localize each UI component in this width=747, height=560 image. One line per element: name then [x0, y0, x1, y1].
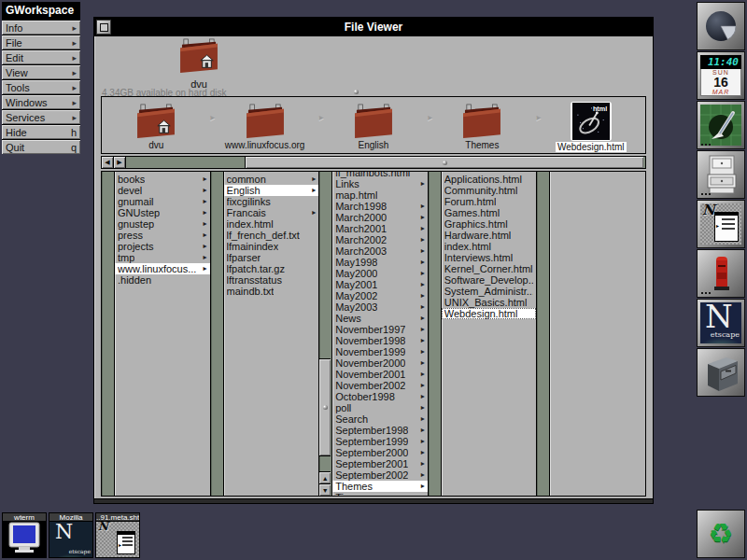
menu-item-info[interactable]: Info▸	[2, 21, 80, 35]
list-item[interactable]: November2001▸	[332, 369, 428, 380]
list-item[interactable]: English▸	[224, 185, 319, 196]
list-item[interactable]: Themes▸	[332, 481, 428, 492]
list-item[interactable]: www.linuxfocus...▸	[115, 263, 210, 274]
scroll-down-button[interactable]: ▼	[319, 483, 331, 496]
list-item[interactable]: common▸	[224, 174, 319, 185]
shelf-item-english[interactable]: English▸	[319, 97, 428, 153]
list-item[interactable]: News▸	[332, 313, 428, 324]
list-item[interactable]: September2002▸	[332, 469, 428, 481]
list-item[interactable]: May2000▸	[332, 268, 428, 279]
list-item[interactable]: Kernel_Corner.html	[442, 263, 537, 274]
window-titlebar[interactable]: File Viewer	[94, 18, 653, 36]
list-item[interactable]: March1998▸	[332, 201, 428, 212]
dock-tile-paint-app[interactable]	[697, 101, 745, 149]
dock-tile-file-cabinet[interactable]	[697, 150, 745, 199]
menu-item-view[interactable]: View▸	[2, 65, 80, 79]
list-item[interactable]: devel▸	[115, 185, 210, 196]
list-item[interactable]: gnustep▸	[115, 218, 210, 230]
list-item[interactable]: Webdesign.html	[442, 308, 537, 319]
list-item[interactable]: lf_mainbots.html	[332, 172, 428, 178]
list-item[interactable]: poll▸	[332, 402, 428, 413]
menu-item-tools[interactable]: Tools▸	[2, 80, 80, 94]
shelf-item-dvu[interactable]: dvu▸	[102, 97, 210, 153]
list-item[interactable]: Graphics.html	[442, 218, 537, 230]
list-item[interactable]: GNUstep▸	[115, 207, 210, 218]
dock-tile-document-edit-app[interactable]: N▸	[697, 200, 745, 248]
list-item[interactable]: index.html	[442, 241, 537, 252]
list-item[interactable]: Links▸	[332, 178, 428, 189]
shelf-item-webdesign.html[interactable]: htmlWebdesign.html	[537, 97, 645, 153]
list-item[interactable]: May2002▸	[332, 290, 428, 301]
vertical-scroll-knob[interactable]	[319, 358, 331, 456]
list-item[interactable]: Hardware.html	[442, 230, 537, 241]
list-item[interactable]: November1998▸	[332, 335, 428, 346]
list-item[interactable]: May2001▸	[332, 279, 428, 290]
list-item[interactable]: Software_Develop...	[442, 274, 537, 286]
list-item[interactable]: November1999▸	[332, 346, 428, 357]
menu-item-quit[interactable]: Quitq	[2, 140, 80, 154]
list-item[interactable]: gnumail▸	[115, 196, 210, 207]
dock-tile-netscape[interactable]: Netscape	[697, 299, 745, 347]
scroll-up-button[interactable]: ▲	[319, 471, 331, 483]
list-item[interactable]: UNIX_Basics.html	[442, 297, 537, 308]
shelf-item-www.linuxfocus.org[interactable]: www.linuxfocus.org▸	[210, 97, 318, 153]
list-item[interactable]: books▸	[115, 174, 210, 185]
menu-title[interactable]: GWorkspace	[2, 2, 80, 20]
shelf-resize-dimple[interactable]	[354, 90, 359, 94]
list-item[interactable]: Games.html	[442, 207, 537, 218]
list-item[interactable]: index.html	[224, 218, 319, 230]
list-item[interactable]: March2001▸	[332, 223, 428, 234]
list-item[interactable]: projects▸	[115, 241, 210, 252]
list-item[interactable]: Community.html	[442, 185, 537, 196]
scroll-right-button[interactable]: ▶	[114, 157, 126, 168]
list-item[interactable]: November2000▸	[332, 357, 428, 369]
list-item[interactable]: November1997▸	[332, 324, 428, 335]
list-item[interactable]: lftransstatus	[224, 274, 319, 286]
miniwindow--91-meta-shtml[interactable]: ..91.meta.shtmlN▸	[95, 512, 140, 558]
list-item[interactable]: November2002▸	[332, 380, 428, 391]
list-item[interactable]: lfpatch.tar.gz	[224, 263, 319, 274]
list-item[interactable]: Tips▸	[332, 492, 428, 496]
miniaturize-button[interactable]	[96, 20, 111, 35]
list-item[interactable]: Search▸	[332, 413, 428, 425]
list-item[interactable]: October1998▸	[332, 391, 428, 402]
list-item[interactable]: maindb.txt	[224, 286, 319, 297]
list-item[interactable]: March2000▸	[332, 212, 428, 223]
list-item[interactable]: March2002▸	[332, 234, 428, 245]
shelf-item-themes[interactable]: Themes▸	[428, 97, 536, 153]
list-item[interactable]: September1998▸	[332, 425, 428, 436]
list-item[interactable]: fixcgilinks	[224, 196, 319, 207]
list-item[interactable]: .hidden	[115, 274, 210, 286]
list-item[interactable]: Applications.html	[442, 174, 537, 185]
menu-item-services[interactable]: Services▸	[2, 110, 80, 124]
dock-tile-recycler[interactable]: ♻	[697, 510, 745, 558]
list-item[interactable]: May1998▸	[332, 257, 428, 268]
dock-tile-mail-postbox[interactable]	[697, 249, 745, 298]
dock-tile-drawer-cabinet[interactable]	[697, 348, 745, 397]
current-folder[interactable]: dvu	[173, 38, 225, 90]
list-item[interactable]: map.html	[332, 189, 428, 201]
menu-item-hide[interactable]: Hideh	[2, 125, 80, 139]
dock-tile-clock-calendar[interactable]: 11:40SUN16MAR	[697, 51, 745, 100]
list-item[interactable]: September2000▸	[332, 447, 428, 458]
list-item[interactable]: September1999▸	[332, 436, 428, 447]
miniwindow-mozilla[interactable]: MozillaNetscape	[49, 512, 93, 558]
list-item[interactable]: Forum.html	[442, 196, 537, 207]
column-3-scrollbar[interactable]: ▲▼	[319, 172, 332, 496]
list-item[interactable]: March2003▸	[332, 245, 428, 257]
horizontal-scroll-knob[interactable]	[245, 157, 643, 168]
list-item[interactable]: lf_french_def.txt	[224, 230, 319, 241]
list-item[interactable]: System_Administr...	[442, 286, 537, 297]
list-item[interactable]: tmp▸	[115, 252, 210, 263]
list-item[interactable]: September2001▸	[332, 458, 428, 469]
list-item[interactable]: lfmainindex	[224, 241, 319, 252]
list-item[interactable]: Interviews.html	[442, 252, 537, 263]
list-item[interactable]: lfparser	[224, 252, 319, 263]
menu-item-windows[interactable]: Windows▸	[2, 95, 80, 109]
dock-tile-gnustep-sphere[interactable]	[697, 2, 745, 50]
scroll-left-button[interactable]: ◀	[102, 157, 114, 168]
list-item[interactable]: May2003▸	[332, 301, 428, 313]
resize-bar[interactable]	[94, 498, 653, 503]
menu-item-file[interactable]: File▸	[2, 35, 80, 49]
miniwindow-wterm[interactable]: wterm	[2, 512, 47, 558]
